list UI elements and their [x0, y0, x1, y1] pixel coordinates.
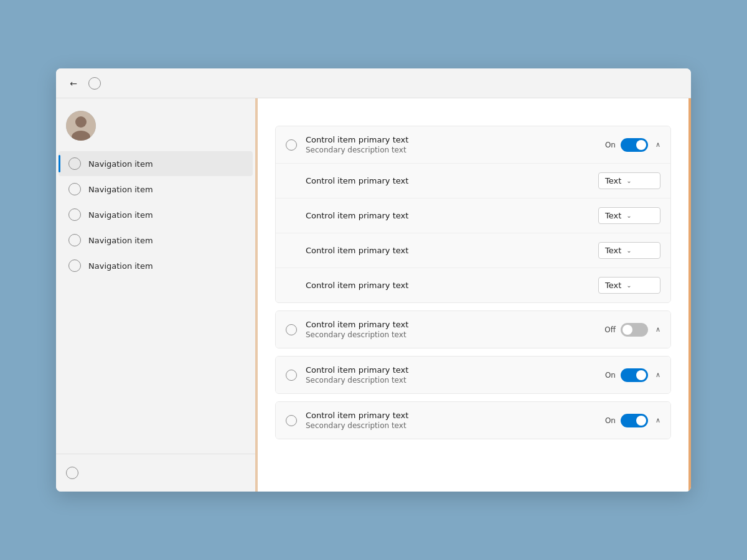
control-secondary-text-0-0: Secondary description text	[306, 146, 605, 154]
toggle-switch-1-0[interactable]	[621, 323, 648, 337]
control-primary-text-0-1: Control item primary text	[306, 176, 598, 185]
toggle-area-1-0: Off	[604, 323, 648, 337]
sidebar-nav-item-3[interactable]: Navigation item	[59, 228, 253, 253]
settings-item[interactable]	[66, 462, 245, 484]
control-primary-text-0-4: Control item primary text	[306, 281, 598, 290]
toggle-label-3-0: On	[605, 416, 616, 425]
toggle-area-3-0: On	[605, 414, 648, 427]
toggle-switch-0-0[interactable]	[621, 138, 648, 152]
dropdown-0-1[interactable]: Text ⌄	[598, 172, 660, 189]
sidebar-profile	[56, 103, 255, 151]
control-group-0: Control item primary text Secondary desc…	[275, 126, 671, 303]
dropdown-0-4[interactable]: Text ⌄	[598, 277, 660, 294]
control-radio-0-0[interactable]	[286, 139, 297, 151]
expand-arrow-2-0[interactable]: ∧	[655, 371, 660, 379]
svg-point-1	[75, 116, 87, 128]
toggle-area-2-0: On	[605, 368, 648, 382]
back-button[interactable]: ←	[63, 73, 83, 93]
control-secondary-text-3-0: Secondary description text	[306, 421, 605, 430]
control-item-0-1[interactable]: Control item primary text Text ⌄	[276, 164, 670, 198]
control-text-block-3-0: Control item primary text Secondary desc…	[306, 411, 605, 430]
nav-item-icon-1	[68, 183, 81, 195]
control-secondary-text-2-0: Secondary description text	[306, 376, 605, 385]
control-primary-text-3-0: Control item primary text	[306, 411, 605, 420]
expand-arrow-0-0[interactable]: ∧	[655, 141, 660, 149]
app-window: ←	[56, 68, 691, 492]
dropdown-value-0-3: Text	[605, 246, 621, 255]
control-primary-text-0-0: Control item primary text	[306, 135, 605, 144]
nav-item-icon-3	[68, 234, 81, 246]
titlebar: ←	[56, 68, 691, 98]
control-text-block-0-1: Control item primary text	[306, 176, 598, 185]
minimize-button[interactable]	[598, 73, 626, 93]
close-button[interactable]	[655, 73, 684, 93]
control-secondary-text-1-0: Secondary description text	[306, 330, 604, 339]
maximize-button[interactable]	[626, 73, 655, 93]
sidebar-nav-item-2[interactable]: Navigation item	[59, 202, 253, 227]
toggle-switch-3-0[interactable]	[621, 414, 648, 427]
sidebar-nav-item-1[interactable]: Navigation item	[59, 177, 253, 202]
control-group-3: Control item primary text Secondary desc…	[275, 401, 671, 439]
sidebar-nav-item-0[interactable]: Navigation item	[59, 151, 253, 176]
control-primary-text-0-2: Control item primary text	[306, 211, 598, 220]
titlebar-icon	[88, 77, 101, 90]
control-text-block-0-2: Control item primary text	[306, 211, 598, 220]
avatar	[66, 111, 96, 141]
controls-list: Control item primary text Secondary desc…	[275, 126, 671, 477]
content-area: Control item primary text Secondary desc…	[258, 98, 688, 492]
nav-item-icon-0	[68, 157, 81, 170]
control-text-block-2-0: Control item primary text Secondary desc…	[306, 365, 605, 385]
control-radio-1-0[interactable]	[286, 324, 297, 335]
control-primary-text-0-3: Control item primary text	[306, 246, 598, 255]
control-item-3-0[interactable]: Control item primary text Secondary desc…	[276, 402, 670, 439]
toggle-thumb-2-0	[636, 370, 646, 380]
control-text-block-0-3: Control item primary text	[306, 246, 598, 255]
control-radio-3-0[interactable]	[286, 415, 297, 426]
control-item-0-0[interactable]: Control item primary text Secondary desc…	[276, 126, 670, 164]
nav-item-label-0: Navigation item	[88, 159, 153, 169]
toggle-label-2-0: On	[605, 371, 616, 380]
sidebar: Navigation item Navigation item Navigati…	[56, 98, 255, 492]
toggle-switch-2-0[interactable]	[621, 368, 648, 382]
toggle-label-1-0: Off	[604, 325, 616, 334]
dropdown-value-0-1: Text	[605, 176, 621, 185]
toggle-thumb-3-0	[636, 416, 646, 426]
dropdown-value-0-2: Text	[605, 211, 621, 220]
nav-item-icon-4	[68, 259, 81, 272]
nav-item-icon-2	[68, 208, 81, 221]
nav-item-label-4: Navigation item	[88, 261, 153, 271]
expand-arrow-3-0[interactable]: ∧	[655, 416, 660, 424]
control-group-1: Control item primary text Secondary desc…	[275, 310, 671, 348]
dropdown-0-2[interactable]: Text ⌄	[598, 207, 660, 224]
expand-arrow-1-0[interactable]: ∧	[655, 325, 660, 334]
nav-item-label-2: Navigation item	[88, 210, 153, 220]
control-text-block-1-0: Control item primary text Secondary desc…	[306, 320, 604, 339]
nav-item-label-3: Navigation item	[88, 236, 153, 245]
control-item-0-3[interactable]: Control item primary text Text ⌄	[276, 233, 670, 268]
dropdown-arrow-0-4: ⌄	[626, 282, 631, 289]
sidebar-nav-item-4[interactable]: Navigation item	[59, 253, 253, 278]
control-item-0-2[interactable]: Control item primary text Text ⌄	[276, 198, 670, 233]
nav-items: Navigation item Navigation item Navigati…	[56, 151, 255, 454]
dropdown-arrow-0-2: ⌄	[626, 212, 631, 219]
control-item-2-0[interactable]: Control item primary text Secondary desc…	[276, 357, 670, 393]
toggle-area-0-0: On	[605, 138, 648, 152]
right-accent-border	[688, 98, 691, 492]
toggle-thumb-1-0	[622, 325, 632, 335]
control-item-1-0[interactable]: Control item primary text Secondary desc…	[276, 311, 670, 348]
main-content: Navigation item Navigation item Navigati…	[56, 98, 691, 492]
dropdown-value-0-4: Text	[605, 281, 621, 290]
control-primary-text-1-0: Control item primary text	[306, 320, 604, 329]
control-radio-2-0[interactable]	[286, 370, 297, 381]
toggle-label-0-0: On	[605, 141, 616, 149]
dropdown-0-3[interactable]: Text ⌄	[598, 242, 660, 259]
control-group-2: Control item primary text Secondary desc…	[275, 356, 671, 394]
dropdown-arrow-0-1: ⌄	[626, 177, 631, 184]
nav-item-label-1: Navigation item	[88, 185, 153, 194]
control-text-block-0-0: Control item primary text Secondary desc…	[306, 135, 605, 154]
control-primary-text-2-0: Control item primary text	[306, 365, 605, 375]
sidebar-footer	[56, 454, 255, 492]
dropdown-arrow-0-3: ⌄	[626, 247, 631, 254]
control-item-0-4[interactable]: Control item primary text Text ⌄	[276, 268, 670, 302]
control-text-block-0-4: Control item primary text	[306, 281, 598, 290]
